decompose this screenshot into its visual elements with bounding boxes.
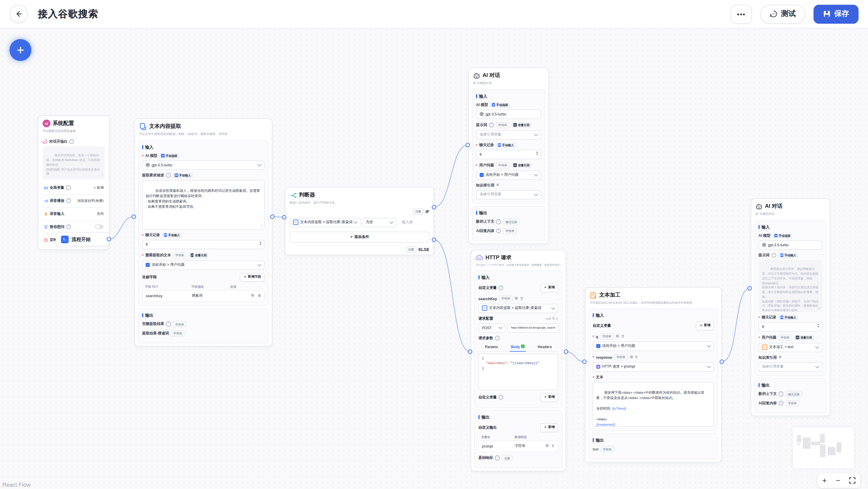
history-count-input[interactable]: 6 ▲▼ xyxy=(142,240,265,249)
manual-input-badge[interactable]: ⌨手动输入 xyxy=(162,232,182,238)
react-flow-attribution[interactable]: React Flow xyxy=(2,481,30,488)
help-icon[interactable]: ? xyxy=(69,139,74,144)
row-guess-question[interactable]: 猜你想问 ? xyxy=(43,220,105,233)
kb-select[interactable]: 选择引用变量 xyxy=(758,362,823,371)
var-ref-badge[interactable]: {x}变量引用 xyxy=(511,122,531,128)
help-icon[interactable]: ? xyxy=(66,198,71,203)
help-icon[interactable]: ? xyxy=(496,228,501,234)
expand-icon[interactable]: ⤢ xyxy=(260,224,263,228)
gear-icon[interactable]: ⚙ xyxy=(616,335,619,338)
method-select[interactable]: POST xyxy=(478,323,506,332)
manual-select-badge[interactable]: ◉手动选择 xyxy=(490,102,510,108)
trash-icon[interactable] xyxy=(635,355,639,359)
node-ai-chat-1[interactable]: AI 对话 AI 大模型对话 输入 AI 模型 ◉手动选择 gpt-3.5-tu… xyxy=(468,67,549,244)
back-button[interactable] xyxy=(9,5,28,23)
kb-select[interactable]: 选择引用变量 xyxy=(476,190,541,199)
add-field-button[interactable]: ＋ 新增字段 xyxy=(240,273,265,281)
text-template-editor[interactable]: 请使用下面<data> </data>中的数据作为你的知识。请直接输出答案，不要… xyxy=(593,381,714,427)
condition-value-input[interactable]: 输入值 xyxy=(399,218,429,227)
node-classifier[interactable]: 判断器 根据一定的条件，执行不同的分支。 任意 IF ✦ 文本内容提取 > 提取… xyxy=(285,187,434,255)
desc-textarea[interactable]: 你是谷歌搜索机器人，根据当前问题和对话记录生成搜索词。你需要自行判断是否需要进行… xyxy=(142,180,265,230)
node-flow-start[interactable]: I.. 流程开始 xyxy=(56,232,110,246)
stepper-arrows[interactable]: ▲▼ xyxy=(259,241,262,247)
trash-icon[interactable] xyxy=(520,297,523,300)
manual-input-badge[interactable]: ⌨手动输入 xyxy=(778,252,798,258)
kb-settings-icon[interactable]: ⚙ xyxy=(779,356,781,359)
node-system-config[interactable]: Hi 系统配置 可以配置应用的系统参数 对话开场白 ? 每次对话开始前，发送一个… xyxy=(38,116,110,249)
zoom-in-button[interactable]: + xyxy=(822,477,827,484)
model-select[interactable]: gpt-3.5-turbo xyxy=(142,160,265,170)
tab-headers[interactable]: Headers xyxy=(536,342,553,351)
prompt-textarea[interactable]: 模型固定的引导词，通过调整该内容，可以引导模型聊天方向。该内容会被固定在上下文的… xyxy=(758,259,823,312)
condition-variable-select[interactable]: ✦ 文本内容提取 > 提取结果-搜索词 xyxy=(289,218,361,227)
tab-params[interactable]: Params xyxy=(484,342,499,351)
stepper-arrows[interactable]: ▲▼ xyxy=(817,323,819,329)
gear-icon[interactable]: ⚙ xyxy=(545,444,549,448)
source-select[interactable]: I 流程开始 > 用户问题 xyxy=(142,260,265,270)
help-icon[interactable]: ? xyxy=(166,173,171,178)
help-icon[interactable]: ? xyxy=(66,185,71,190)
manual-select-badge[interactable]: ◉手动选择 xyxy=(772,233,793,238)
add-variable-button[interactable]: ＋ 新增 xyxy=(540,283,558,292)
more-menu-button[interactable]: ••• xyxy=(731,4,752,23)
node-text-edit[interactable]: 文本加工 可对固定或传入的文本进行加工后输出，非字符串类型数据最终会转成字符串类… xyxy=(585,287,722,462)
row-tts[interactable]: 语音播放 ? 浏览器自带(免费) xyxy=(43,194,105,207)
add-output-button[interactable]: ＋ 新增 xyxy=(540,423,558,432)
manual-input-badge[interactable]: ⌨手动输入 xyxy=(173,173,193,178)
manual-input-badge[interactable]: ⌨手动输入 xyxy=(496,142,516,148)
expand-icon[interactable]: ⤢ xyxy=(818,306,820,311)
help-icon[interactable]: ? xyxy=(771,253,776,258)
add-variable-button[interactable]: ＋ 新增 xyxy=(696,321,714,330)
help-icon[interactable]: ? xyxy=(495,456,500,461)
help-icon[interactable]: ? xyxy=(779,392,784,397)
row-value[interactable]: 关闭 xyxy=(97,211,104,216)
manual-input-badge[interactable]: ⌨手动输入 xyxy=(778,315,798,320)
condition-op-select[interactable]: 为空 xyxy=(362,218,397,227)
welcome-textarea[interactable]: 每次对话开始前，发送一个初始内容。支持标准 Markdown 语法，可使用的额外… xyxy=(43,146,105,179)
tab-body[interactable]: Body✓ xyxy=(510,342,526,352)
model-select[interactable]: gpt-3.5-turbo xyxy=(758,240,823,249)
stepper-arrows[interactable]: ▲▼ xyxy=(536,151,538,157)
help-icon[interactable]: ? xyxy=(66,224,71,230)
node-ai-chat-2[interactable]: AI 对话 AI 大模型对话 输入 AI 模型 ◉手动选择 gpt-3.5-tu… xyxy=(751,198,830,416)
kb-settings-icon[interactable]: ⚙ xyxy=(496,184,499,187)
url-input[interactable]: https://d8dns0.laf.dev/google_search xyxy=(507,323,559,332)
trash-icon[interactable] xyxy=(257,294,261,298)
question-select[interactable]: I 流程开始 > 用户问题 xyxy=(476,170,541,180)
minimap[interactable] xyxy=(793,427,854,468)
var-value-select[interactable]: ✦ 文本内容提取 > 提取结果-搜索词 xyxy=(478,303,558,313)
help-icon[interactable]: ? xyxy=(496,219,501,224)
trash-icon[interactable] xyxy=(551,444,555,448)
help-icon[interactable]: ? xyxy=(166,322,171,327)
gear-icon[interactable]: ⚙ xyxy=(251,294,254,298)
flow-canvas[interactable]: + Hi 系统配置 可以配置应用的系统参数 对话开场白 ? xyxy=(0,0,868,489)
fullscreen-button[interactable] xyxy=(849,477,856,484)
var-value-select[interactable]: ≋ HTTP 请求 > prompt xyxy=(593,362,714,371)
row-value[interactable]: + 新增 xyxy=(94,185,104,190)
gear-icon[interactable]: ⚙ xyxy=(515,297,518,301)
row-value[interactable]: 浏览器自带(免费) xyxy=(77,198,104,203)
add-variable-button[interactable]: ＋ 新增 xyxy=(540,393,558,402)
help-icon[interactable]: ? xyxy=(779,401,784,406)
manual-select-badge[interactable]: ◉手动选择 xyxy=(159,153,179,158)
model-select[interactable]: gpt-3.5-turbo xyxy=(476,109,541,119)
history-count-input[interactable]: 6 ▲▼ xyxy=(476,150,541,159)
gear-icon[interactable]: ⚙ xyxy=(630,355,633,359)
add-node-button[interactable]: + xyxy=(9,39,31,61)
add-condition-button[interactable]: ＋ 添加条件 xyxy=(289,231,429,242)
row-voice-input[interactable]: 语音输入 关闭 xyxy=(43,207,105,220)
var-ref-badge[interactable]: {x}变量引用 xyxy=(189,252,209,258)
var-ref-badge[interactable]: {x}变量引用 xyxy=(794,335,814,340)
var-ref-badge[interactable]: {x}变量引用 xyxy=(512,162,532,168)
guess-question-toggle[interactable] xyxy=(95,224,104,230)
var-value-select[interactable]: I 流程开始 > 用户问题 xyxy=(593,341,714,351)
help-icon[interactable]: ? xyxy=(489,123,494,128)
help-icon[interactable]: ? xyxy=(495,336,500,341)
help-icon[interactable]: ? xyxy=(499,285,503,291)
prompt-select[interactable]: 选择引用变量 xyxy=(476,130,541,140)
curl-import-button[interactable]: curl 导入 xyxy=(546,316,558,320)
zoom-out-button[interactable]: − xyxy=(836,477,840,484)
test-button[interactable]: 测试 xyxy=(760,4,805,23)
node-http-request[interactable]: HTTP HTTP 请求 可以发出一个 HTTP 请求，实现更为复杂的操作（联网… xyxy=(471,250,566,471)
history-count-input[interactable]: 6 ▲▼ xyxy=(758,322,823,331)
